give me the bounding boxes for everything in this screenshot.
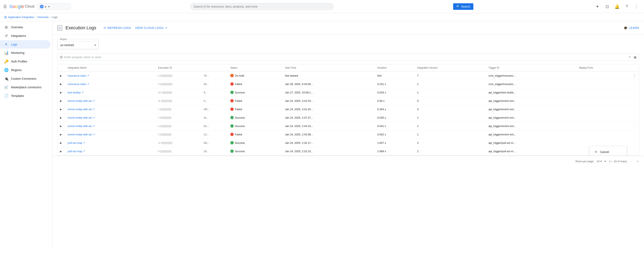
status-icon: ✓ xyxy=(230,124,234,128)
row-start-time: Jan 24, 2025, 2:47:27... xyxy=(282,113,375,122)
next-page-button[interactable]: › xyxy=(636,158,639,164)
row-start-time: Jan 28, 2025, 6:43:00... xyxy=(282,80,375,88)
learn-button[interactable]: 🎓 LEARN xyxy=(624,26,639,30)
sidebar-label-overview: Overview xyxy=(11,26,23,29)
row-replay-from xyxy=(577,72,630,80)
filter-bar[interactable]: ⊟ Enter property name or value ? ▦ xyxy=(57,53,639,61)
row-more-button[interactable]: ⋮ xyxy=(632,115,636,120)
custom-connectors-icon: 🔌 xyxy=(4,76,8,81)
row-exec-id-part1: e xyxy=(156,72,203,80)
sidebar-item-regions[interactable]: 🌐 Regions xyxy=(0,66,50,74)
help-icon[interactable]: ? xyxy=(623,3,631,11)
back-button[interactable]: ← xyxy=(57,25,62,31)
search-button[interactable]: 🔍 Search xyxy=(453,3,474,10)
sidebar-item-overview[interactable]: ⊞ Overview xyxy=(0,23,50,32)
sidebar-item-monitoring[interactable]: 📊 Monitoring xyxy=(0,49,50,57)
row-trigger-id: api_trigger/enrich-ent... xyxy=(486,97,577,105)
status-icon: ! xyxy=(230,99,234,102)
filter-input[interactable]: Enter property name or value xyxy=(64,56,627,59)
row-expand[interactable]: ▶ xyxy=(58,105,65,113)
row-expand[interactable]: ▶ xyxy=(58,88,65,97)
row-actions[interactable]: ⋮ xyxy=(630,80,639,88)
row-exec-id-part1: 1 xyxy=(156,105,203,113)
row-expand[interactable]: ▶ xyxy=(58,97,65,105)
breadcrumb-app-integration[interactable]: Application Integration xyxy=(8,16,34,19)
row-expand[interactable]: ▶ xyxy=(58,80,65,88)
page-info: 1 – 10 of many xyxy=(609,160,627,163)
sidebar-item-marketplace[interactable]: 🛒 Marketplace connectors xyxy=(0,83,50,92)
prev-page-button[interactable]: ‹ xyxy=(630,158,633,164)
table-row: ▶ pull-acl-map↗ 8 18... ✓ Success Jan 24… xyxy=(58,147,639,155)
row-duration: 0.035 s xyxy=(375,113,415,122)
row-more-button[interactable]: ⋮ xyxy=(632,149,636,153)
execution-logs-table: Integration Name Execution ID Status Sta… xyxy=(57,64,639,156)
row-trigger-id: api_trigger/enrich-ent... xyxy=(486,113,577,122)
row-more-button[interactable]: ⋮ xyxy=(632,107,636,111)
row-version: 1 xyxy=(415,80,486,88)
row-expand[interactable]: ▶ xyxy=(58,139,65,147)
external-icon: ↗ xyxy=(83,141,85,144)
cloud-shell-icon[interactable]: ⊡ xyxy=(603,3,611,11)
sidebar-item-custom-connectors[interactable]: 🔌 Custom Connectors xyxy=(0,74,50,83)
context-menu-item[interactable]: ✕ Cancel xyxy=(590,148,626,156)
sidebar-item-integrations[interactable]: ↺ Integrations xyxy=(0,32,50,40)
search-input[interactable] xyxy=(194,5,330,8)
row-exec-id-part2: nf5... xyxy=(203,105,228,113)
refresh-logs-button[interactable]: ↺ REFRESH LOGS xyxy=(103,25,132,31)
row-expand[interactable]: ▶ xyxy=(58,72,65,80)
project-selector[interactable]: ⊞ s ▾ xyxy=(38,3,70,10)
row-actions[interactable]: ⋮ xyxy=(630,105,639,113)
row-actions[interactable]: ⋮ xyxy=(630,130,639,139)
columns-icon[interactable]: ▦ xyxy=(634,56,636,59)
rows-per-page-select[interactable]: 10 25 50 xyxy=(596,160,603,163)
row-replay-from xyxy=(577,80,630,88)
view-cloud-logs-button[interactable]: VIEW CLOUD LOGS ↗ xyxy=(134,25,168,31)
project-icon: ⊞ xyxy=(40,5,44,9)
row-expand[interactable]: ▶ xyxy=(58,130,65,139)
row-exec-id-part1: 62 xyxy=(156,88,203,97)
region-select[interactable]: us-central1 xyxy=(58,41,98,49)
filter-help-icon[interactable]: ? xyxy=(629,56,630,59)
row-expand[interactable]: ▶ xyxy=(58,122,65,130)
row-duration: 1.657 s xyxy=(375,139,415,147)
row-integration-name: pull-acl-map↗ xyxy=(65,147,156,155)
row-trigger-id: cron_trigger/insuranc... xyxy=(486,80,577,88)
top-header: ☰ Google Cloud ⊞ s ▾ 🔍 Search ✦ ⊡ 🔔 ? ⋮ xyxy=(0,0,644,13)
row-actions[interactable]: ⋮ xyxy=(630,72,639,80)
row-expand[interactable]: ▶ xyxy=(58,147,65,155)
content-header: ← Execution Logs ↺ REFRESH LOGS VIEW CLO… xyxy=(52,21,644,35)
project-dropdown-icon: ▾ xyxy=(48,5,50,8)
row-more-button[interactable]: ⋮ xyxy=(632,73,636,78)
row-more-button[interactable]: ⋮ xyxy=(632,99,636,103)
row-actions[interactable]: ⋮ xyxy=(630,147,639,155)
breadcrumb-overview[interactable]: Overview xyxy=(38,16,48,19)
row-more-button[interactable]: ⋮ xyxy=(632,141,636,145)
hamburger-icon[interactable]: ☰ xyxy=(3,4,7,9)
region-fieldset: Region us-central1 ▾ xyxy=(57,38,98,50)
notifications-icon[interactable]: 🔔 xyxy=(613,3,621,11)
row-status: ✓ Success xyxy=(228,147,282,155)
sidebar-item-templates[interactable]: 📄 Templates xyxy=(0,92,50,100)
marketplace-icon: 🛒 xyxy=(4,85,8,90)
row-expand[interactable]: ▶ xyxy=(58,113,65,122)
sidebar-item-auth-profiles[interactable]: 🔑 Auth Profiles xyxy=(0,57,50,66)
row-version: 1 xyxy=(415,88,486,97)
status-text: Failed xyxy=(235,99,242,102)
row-more-button[interactable]: ⋮ xyxy=(632,82,636,86)
global-search-bar[interactable] xyxy=(190,3,334,10)
overview-icon: ⊞ xyxy=(4,25,8,30)
row-actions[interactable]: ⋮ xyxy=(630,139,639,147)
gemini-icon[interactable]: ✦ xyxy=(593,3,602,11)
row-actions[interactable]: ⋮ xyxy=(630,88,639,97)
row-more-button[interactable]: ⋮ xyxy=(632,124,636,128)
row-replay-from xyxy=(577,113,630,122)
row-actions[interactable]: ⋮ xyxy=(630,113,639,122)
col-actions xyxy=(630,64,639,72)
row-more-button[interactable]: ⋮ xyxy=(632,90,636,95)
sidebar-item-logs[interactable]: ≡ Logs xyxy=(0,40,50,49)
row-actions[interactable]: ⋮ xyxy=(630,122,639,130)
more-options-icon[interactable]: ⋮ xyxy=(632,3,641,11)
row-more-button[interactable]: ⋮ xyxy=(632,132,636,137)
row-exec-id-part2: 13... xyxy=(203,130,228,139)
row-actions[interactable]: ⋮ xyxy=(630,97,639,105)
